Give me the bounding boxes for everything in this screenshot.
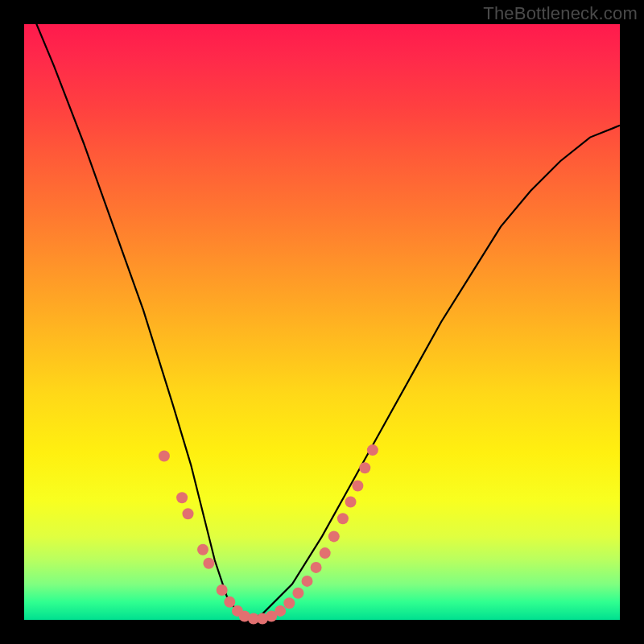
curve-marker [302, 576, 313, 587]
watermark-text: TheBottleneck.com [483, 3, 638, 24]
curve-marker [345, 496, 357, 507]
curve-marker [159, 451, 170, 462]
curve-marker [328, 530, 340, 542]
curve-marker [217, 584, 228, 596]
chart-frame: TheBottleneck.com [0, 0, 644, 644]
curve-marker [176, 492, 188, 503]
curve-marker [292, 588, 303, 599]
curve-marker [320, 547, 331, 559]
curve-marker [337, 513, 349, 524]
plot-area [24, 24, 620, 620]
curve-marker [197, 544, 208, 555]
curve-marker [203, 558, 214, 569]
curve-marker [367, 444, 378, 456]
curve-markers [159, 444, 378, 624]
curve-marker [224, 597, 235, 608]
chart-svg [24, 24, 620, 620]
curve-marker [275, 605, 286, 617]
curve-marker [311, 562, 322, 573]
curve-marker [283, 597, 295, 609]
curve-marker [359, 462, 370, 473]
curve-marker [183, 508, 194, 519]
bottleneck-curve [24, 0, 620, 620]
curve-marker [352, 481, 363, 492]
